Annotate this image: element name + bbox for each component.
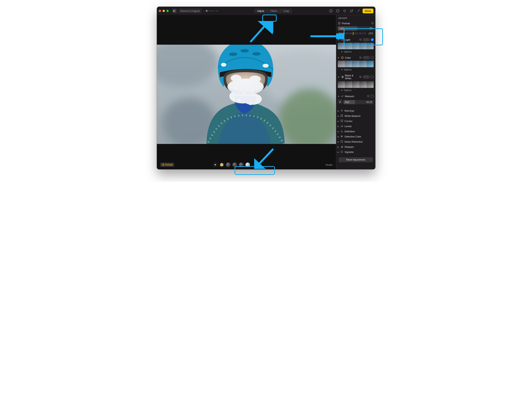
reset-icon[interactable]: [359, 76, 362, 78]
auto-enhance-icon[interactable]: [356, 8, 361, 13]
lighting-natural[interactable]: [213, 163, 217, 167]
close-window-button[interactable]: [159, 10, 161, 12]
tab-filters[interactable]: Filters: [267, 8, 280, 13]
chevron-right-icon: ▾: [337, 125, 339, 127]
bw-preview-strip[interactable]: [338, 81, 374, 88]
compare-split-icon[interactable]: [172, 8, 177, 13]
tab-crop[interactable]: Crop: [280, 8, 292, 13]
chevron-down-icon[interactable]: ▾: [338, 95, 340, 97]
svg-point-54: [342, 142, 342, 142]
svg-point-8: [338, 11, 338, 11]
section-label: Levels: [345, 125, 352, 128]
retouch-size-value: 62.22: [366, 101, 372, 103]
section-levels[interactable]: ▾Levels: [336, 124, 375, 129]
section-red-eye[interactable]: ▾Red-Eye: [336, 108, 375, 113]
vignette-icon: [340, 150, 343, 154]
annotation-highlight-portrait-panel: [344, 28, 383, 46]
bandage-icon: [341, 95, 344, 98]
chevron-right-icon: ▾: [337, 115, 339, 117]
chevron-right-icon: ▾: [337, 146, 339, 148]
svg-point-25: [244, 92, 246, 94]
retouch-size-slider[interactable]: Size 62.22: [343, 100, 374, 104]
lighting-contour[interactable]: [226, 163, 231, 167]
sharpen-icon: [340, 145, 343, 149]
reset-icon[interactable]: [359, 56, 362, 59]
svg-point-27: [249, 102, 252, 105]
svg-rect-5: [331, 10, 331, 10]
section-selective-color[interactable]: ▾Selective Color: [336, 134, 375, 139]
svg-point-53: [341, 142, 342, 142]
svg-point-52: [342, 141, 342, 141]
panel-title: ADJUST: [336, 15, 375, 20]
reset-adjustments-button[interactable]: Reset Adjustments: [339, 157, 373, 162]
svg-rect-4: [331, 11, 331, 12]
chevron-right-icon: ▾: [337, 131, 339, 133]
svg-point-41: [341, 110, 342, 111]
retouch-brush-button[interactable]: [338, 99, 342, 104]
done-button[interactable]: Done: [362, 8, 373, 13]
zoom-in-icon: +: [216, 9, 218, 12]
section-label: Curves: [345, 120, 352, 123]
section-sharpen[interactable]: ▾Sharpen: [336, 144, 375, 149]
chevron-right-icon: ▾: [337, 110, 339, 112]
portrait-badge[interactable]: Portrait: [160, 163, 174, 167]
svg-rect-2: [175, 10, 176, 12]
photo-image: [157, 45, 336, 144]
light-options-toggle[interactable]: ▾Options: [338, 50, 374, 54]
section-toggle[interactable]: [371, 56, 374, 59]
photo-subject: [195, 45, 294, 144]
tab-adjust[interactable]: Adjust: [254, 8, 267, 13]
favorite-heart-icon[interactable]: [342, 8, 347, 13]
minimize-window-button[interactable]: [162, 10, 165, 12]
whitebalance-icon: [340, 114, 343, 117]
more-icon[interactable]: [335, 8, 340, 13]
lighting-selected-label: Studio: [325, 164, 333, 166]
section-definition[interactable]: ▾Definition: [336, 129, 375, 134]
color-options-toggle[interactable]: ▾Options: [338, 68, 374, 72]
section-vignette[interactable]: ▾Vignette: [336, 149, 375, 155]
selectivecolor-icon: [340, 135, 343, 138]
color-preview-strip[interactable]: [338, 61, 374, 67]
auto-button[interactable]: AUTO: [363, 56, 370, 59]
svg-point-51: [341, 141, 342, 141]
reset-icon[interactable]: [371, 22, 374, 25]
svg-point-7: [337, 11, 337, 11]
svg-point-26: [237, 99, 240, 102]
redeye-icon: [340, 109, 343, 112]
zoom-window-button[interactable]: [166, 10, 169, 12]
section-white-balance[interactable]: ▾White Balance: [336, 113, 375, 118]
lighting-studio[interactable]: [219, 163, 224, 167]
portrait-light-label: Light: [339, 27, 344, 30]
color-section-label: Color: [345, 56, 358, 59]
section-toggle[interactable]: [371, 75, 374, 78]
svg-rect-10: [350, 10, 352, 12]
reset-icon[interactable]: [367, 95, 370, 98]
chevron-right-icon: ▾: [337, 151, 339, 153]
svg-point-16: [243, 93, 262, 105]
section-label: White Balance: [345, 115, 361, 117]
edit-mode-tabs: Adjust Filters Crop: [254, 8, 292, 13]
zoom-slider[interactable]: − +: [203, 9, 218, 12]
section-curves[interactable]: ▾Curves: [336, 118, 375, 124]
info-icon[interactable]: [328, 8, 333, 13]
retouch-size-label: Size: [345, 101, 349, 103]
chevron-down-icon[interactable]: ▾: [338, 57, 340, 59]
chevron-down-icon[interactable]: ▾: [338, 76, 340, 78]
svg-point-18: [249, 76, 261, 82]
section-retouch: ▾ Retouch Size 62.22: [336, 93, 375, 106]
svg-point-13: [252, 52, 261, 55]
auto-button[interactable]: AUTO: [363, 76, 370, 78]
annotation-arrow-to-portrait-panel: [309, 33, 344, 39]
rotate-icon[interactable]: [349, 8, 354, 13]
svg-point-20: [262, 64, 269, 68]
zoom-out-icon: −: [203, 9, 205, 12]
revert-to-original-button[interactable]: Revert to Original: [179, 8, 202, 13]
svg-point-11: [229, 53, 237, 56]
bw-icon: [341, 75, 344, 78]
svg-rect-39: [341, 95, 343, 97]
svg-point-9: [338, 11, 339, 11]
bw-section-label: Black & White: [345, 74, 358, 80]
bw-options-toggle[interactable]: ▾Options: [338, 89, 374, 93]
section-noise-reduction[interactable]: ▾Noise Reduction: [336, 139, 375, 144]
section-toggle[interactable]: [371, 95, 374, 98]
